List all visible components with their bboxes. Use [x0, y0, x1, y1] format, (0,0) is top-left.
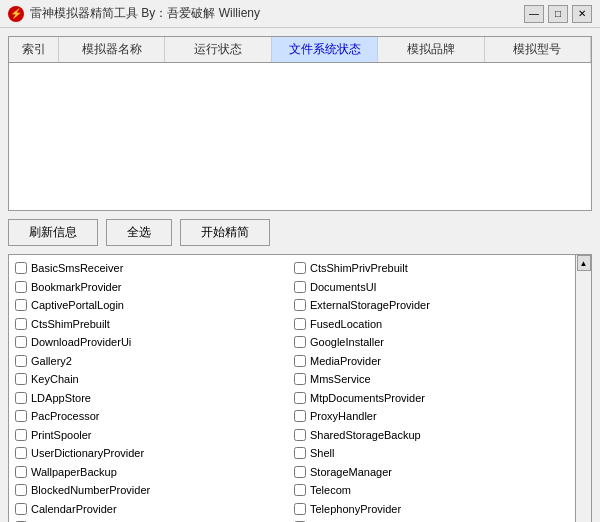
checkbox-input[interactable] — [15, 429, 27, 441]
checkbox-label: PrintSpooler — [31, 427, 92, 444]
checkbox-input[interactable] — [15, 336, 27, 348]
checkbox-input[interactable] — [294, 373, 306, 385]
list-item: LDAppStore — [13, 389, 292, 408]
checkbox-input[interactable] — [294, 484, 306, 496]
checkbox-label: MtpDocumentsProvider — [310, 390, 425, 407]
content-area: BasicSmsReceiverBookmarkProviderCaptiveP… — [8, 254, 592, 522]
checkbox-label: MediaProvider — [310, 353, 381, 370]
checkbox-label: UserDictionaryProvider — [31, 445, 144, 462]
list-item: CarrierConfig — [13, 518, 292, 522]
checkbox-input[interactable] — [15, 503, 27, 515]
checkbox-input[interactable] — [294, 503, 306, 515]
checkbox-label: BookmarkProvider — [31, 279, 121, 296]
list-item: MmsService — [292, 370, 571, 389]
list-item: KeyChain — [13, 370, 292, 389]
checkbox-input[interactable] — [294, 318, 306, 330]
checkbox-label: DocumentsUI — [310, 279, 377, 296]
checkbox-input[interactable] — [15, 466, 27, 478]
checkbox-col-1: BasicSmsReceiverBookmarkProviderCaptiveP… — [13, 259, 292, 522]
main-container: 索引 模拟器名称 运行状态 文件系统状态 模拟品牌 模拟型号 刷新信息 全选 开… — [0, 28, 600, 522]
checkbox-label: Gallery2 — [31, 353, 72, 370]
maximize-button[interactable]: □ — [548, 5, 568, 23]
list-item: CaptivePortalLogin — [13, 296, 292, 315]
list-item: PrintSpooler — [13, 426, 292, 445]
checkbox-input[interactable] — [294, 429, 306, 441]
checkbox-label: KeyChain — [31, 371, 79, 388]
list-item: DownloadProviderUi — [13, 333, 292, 352]
list-item: CtsShimPrivPrebuilt — [292, 259, 571, 278]
checkbox-label: StorageManager — [310, 464, 392, 481]
checkbox-label: PacProcessor — [31, 408, 99, 425]
title-bar-left: ⚡ 雷神模拟器精简工具 By：吾爱破解 Willieny — [8, 5, 260, 22]
list-item: ProxyHandler — [292, 407, 571, 426]
app-icon: ⚡ — [8, 6, 24, 22]
list-item: Gallery2 — [13, 352, 292, 371]
minimize-button[interactable]: — — [524, 5, 544, 23]
scroll-up-button[interactable]: ▲ — [577, 255, 591, 271]
checkbox-input[interactable] — [294, 466, 306, 478]
checkbox-input[interactable] — [15, 373, 27, 385]
checkbox-label: SharedStorageBackup — [310, 427, 421, 444]
list-item: MtpDocumentsProvider — [292, 389, 571, 408]
checkbox-input[interactable] — [15, 392, 27, 404]
list-item: DocumentsUI — [292, 278, 571, 297]
col-name: 模拟器名称 — [59, 37, 165, 62]
checkbox-label: Telecom — [310, 482, 351, 499]
checkbox-input[interactable] — [15, 410, 27, 422]
checkbox-label: GoogleInstaller — [310, 334, 384, 351]
checkbox-label: LDAppStore — [31, 390, 91, 407]
checkbox-input[interactable] — [294, 392, 306, 404]
select-all-button[interactable]: 全选 — [106, 219, 172, 246]
checkbox-input[interactable] — [294, 262, 306, 274]
checkbox-input[interactable] — [294, 281, 306, 293]
col-brand: 模拟品牌 — [378, 37, 484, 62]
list-item: WallpaperBackup — [13, 463, 292, 482]
window-title: 雷神模拟器精简工具 By：吾爱破解 Willieny — [30, 5, 260, 22]
checkbox-label: DownloadProviderUi — [31, 334, 131, 351]
checkbox-input[interactable] — [294, 447, 306, 459]
list-item: CtsShimPrebuilt — [13, 315, 292, 334]
col-filesystem[interactable]: 文件系统状态 — [272, 37, 378, 62]
checkbox-input[interactable] — [15, 484, 27, 496]
list-item: TelephonyProvider — [292, 500, 571, 519]
checkbox-input[interactable] — [294, 355, 306, 367]
checkbox-input[interactable] — [294, 336, 306, 348]
checkbox-label: ProxyHandler — [310, 408, 377, 425]
start-button[interactable]: 开始精简 — [180, 219, 270, 246]
refresh-button[interactable]: 刷新信息 — [8, 219, 98, 246]
checkbox-input[interactable] — [294, 299, 306, 311]
checkbox-input[interactable] — [294, 410, 306, 422]
checkbox-label: TelephonyProvider — [310, 501, 401, 518]
list-item: StorageManager — [292, 463, 571, 482]
checkbox-label: Shell — [310, 445, 334, 462]
list-item: BasicSmsReceiver — [13, 259, 292, 278]
title-bar: ⚡ 雷神模拟器精简工具 By：吾爱破解 Willieny — □ ✕ — [0, 0, 600, 28]
scrollbar[interactable]: ▲ ▼ — [576, 254, 592, 522]
close-button[interactable]: ✕ — [572, 5, 592, 23]
checkbox-list: BasicSmsReceiverBookmarkProviderCaptiveP… — [8, 254, 576, 522]
checkbox-input[interactable] — [15, 299, 27, 311]
checkbox-label: ExternalStorageProvider — [310, 297, 430, 314]
checkbox-input[interactable] — [15, 355, 27, 367]
checkbox-input[interactable] — [15, 447, 27, 459]
checkbox-col-2: CtsShimPrivPrebuiltDocumentsUIExternalSt… — [292, 259, 571, 522]
checkbox-label: CalendarProvider — [31, 501, 117, 518]
checkbox-input[interactable] — [15, 318, 27, 330]
checkbox-input[interactable] — [15, 262, 27, 274]
list-item: BlockedNumberProvider — [13, 481, 292, 500]
col-index: 索引 — [9, 37, 59, 62]
checkbox-label: CaptivePortalLogin — [31, 297, 124, 314]
list-item: ExternalStorageProvider — [292, 296, 571, 315]
list-item: GoogleInstaller — [292, 333, 571, 352]
checkbox-label: WallpaperBackup — [31, 464, 117, 481]
list-item: TeleService — [292, 518, 571, 522]
checkbox-input[interactable] — [15, 281, 27, 293]
checkbox-label: BasicSmsReceiver — [31, 260, 123, 277]
list-item: Telecom — [292, 481, 571, 500]
checkbox-label: CtsShimPrebuilt — [31, 316, 110, 333]
list-item: FusedLocation — [292, 315, 571, 334]
table-header: 索引 模拟器名称 运行状态 文件系统状态 模拟品牌 模拟型号 — [9, 37, 591, 63]
table-body — [9, 63, 591, 211]
list-item: MediaProvider — [292, 352, 571, 371]
button-row: 刷新信息 全选 开始精简 — [8, 219, 592, 246]
